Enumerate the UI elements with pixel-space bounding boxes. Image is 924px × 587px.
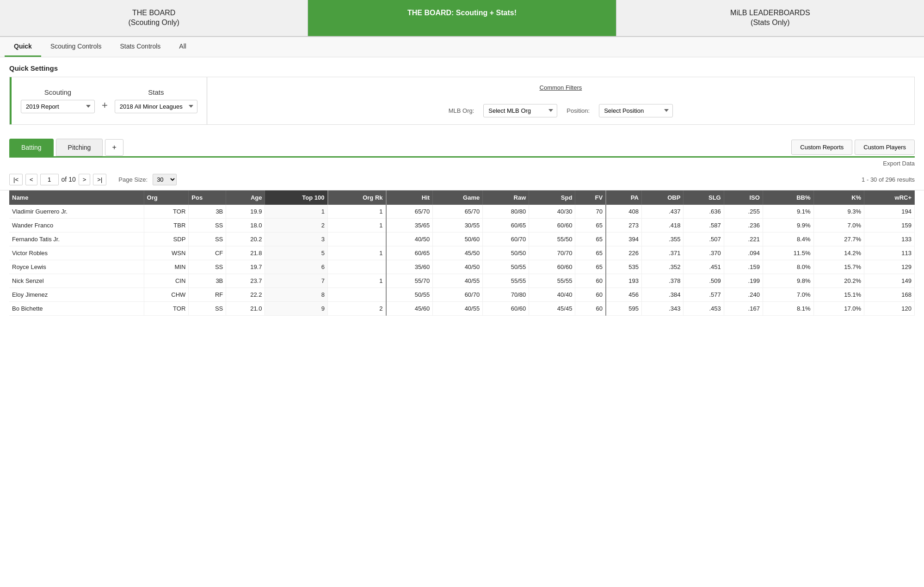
table-controls: |< < of 10 > >| Page Size: 30 50 100 1 -…	[0, 169, 924, 190]
col-org[interactable]: Org	[144, 190, 189, 205]
cell-5-13: .509	[684, 274, 724, 287]
cell-2-16: 27.7%	[813, 232, 864, 246]
cell-7-2: SS	[189, 301, 226, 315]
current-page-input[interactable]	[40, 174, 59, 185]
cell-4-6: 35/60	[386, 260, 433, 274]
cell-6-5	[328, 287, 386, 301]
next-page-button[interactable]: >	[79, 174, 91, 185]
cell-0-5: 1	[328, 205, 386, 219]
subnav-scouting-controls[interactable]: Scouting Controls	[41, 37, 111, 57]
tab-batting[interactable]: Batting	[9, 139, 54, 156]
prev-page-button[interactable]: <	[25, 174, 37, 185]
cell-5-2: 3B	[189, 274, 226, 287]
results-info: 1 - 30 of 296 results	[862, 176, 915, 183]
mlb-org-select[interactable]: Select MLB Org	[483, 104, 557, 117]
first-page-button[interactable]: |<	[9, 174, 23, 185]
table-header-row: Name Org Pos Age Top 100 Org Rk Hit Game…	[9, 190, 915, 205]
cell-0-8: 80/80	[483, 205, 529, 219]
cell-7-12: .343	[641, 301, 683, 315]
cell-3-5: 1	[328, 246, 386, 260]
cell-0-9: 40/30	[529, 205, 575, 219]
cell-6-17: 168	[864, 287, 915, 301]
quick-settings-title: Quick Settings	[9, 64, 915, 72]
cell-3-8: 50/50	[483, 246, 529, 260]
col-raw[interactable]: Raw	[483, 190, 529, 205]
col-hit[interactable]: Hit	[386, 190, 433, 205]
col-spd[interactable]: Spd	[529, 190, 575, 205]
cell-4-14: .159	[724, 260, 763, 274]
cell-1-13: .587	[684, 218, 724, 232]
cell-0-6: 65/70	[386, 205, 433, 219]
cell-3-13: .370	[684, 246, 724, 260]
cell-7-11: 595	[606, 301, 641, 315]
cell-7-13: .453	[684, 301, 724, 315]
cell-5-6: 55/70	[386, 274, 433, 287]
col-pos[interactable]: Pos	[189, 190, 226, 205]
subnav-all[interactable]: All	[170, 37, 196, 57]
cell-4-7: 40/50	[433, 260, 483, 274]
table-row: Wander FrancoTBRSS18.02135/6530/5560/656…	[9, 218, 915, 232]
subnav-stats-controls[interactable]: Stats Controls	[111, 37, 170, 57]
col-obp[interactable]: OBP	[641, 190, 683, 205]
quick-settings-panel: Scouting 2019 Report + Stats 2018 All Mi…	[9, 77, 915, 125]
cell-1-3: 18.0	[226, 218, 265, 232]
sub-nav: Quick Scouting Controls Stats Controls A…	[0, 37, 924, 57]
cell-1-10: 65	[575, 218, 606, 232]
col-name[interactable]: Name	[9, 190, 144, 205]
tab-pitching[interactable]: Pitching	[56, 139, 103, 156]
cell-4-17: 129	[864, 260, 915, 274]
cell-1-11: 273	[606, 218, 641, 232]
tab-milb-leaderboards[interactable]: MiLB LEADERBOARDS (Stats Only)	[616, 0, 924, 36]
cell-0-14: .255	[724, 205, 763, 219]
custom-players-button[interactable]: Custom Players	[855, 140, 915, 155]
cell-1-14: .236	[724, 218, 763, 232]
cell-2-1: SDP	[144, 232, 189, 246]
cell-6-10: 60	[575, 287, 606, 301]
col-age[interactable]: Age	[226, 190, 265, 205]
cell-5-9: 55/55	[529, 274, 575, 287]
col-orgrk[interactable]: Org Rk	[328, 190, 386, 205]
qs-plus-icon: +	[102, 99, 108, 111]
cell-6-15: 7.0%	[763, 287, 813, 301]
cell-3-2: CF	[189, 246, 226, 260]
last-page-button[interactable]: >|	[93, 174, 106, 185]
tab-the-board-scouting-stats[interactable]: THE BOARD: Scouting + Stats!	[308, 0, 616, 36]
col-k[interactable]: K%	[813, 190, 864, 205]
stats-select[interactable]: 2018 All Minor Leagues	[115, 100, 197, 113]
col-top100[interactable]: Top 100	[265, 190, 328, 205]
cell-1-6: 35/65	[386, 218, 433, 232]
col-iso[interactable]: ISO	[724, 190, 763, 205]
report-actions: Custom Reports Custom Players	[791, 140, 915, 155]
position-select[interactable]: Select Position	[599, 104, 673, 117]
col-game[interactable]: Game	[433, 190, 483, 205]
cell-6-16: 15.1%	[813, 287, 864, 301]
tab-add-button[interactable]: +	[105, 139, 123, 156]
page-size-select[interactable]: 30 50 100	[153, 174, 177, 185]
cell-2-2: SS	[189, 232, 226, 246]
scouting-report-select[interactable]: 2019 Report	[21, 100, 95, 113]
page-controls: |< < of 10 > >| Page Size: 30 50 100	[9, 174, 177, 185]
col-bb[interactable]: BB%	[763, 190, 813, 205]
cell-2-5	[328, 232, 386, 246]
col-fv[interactable]: FV	[575, 190, 606, 205]
col-wrc[interactable]: wRC+	[864, 190, 915, 205]
cell-4-8: 50/55	[483, 260, 529, 274]
cell-6-7: 60/70	[433, 287, 483, 301]
cell-2-13: .507	[684, 232, 724, 246]
cell-5-7: 40/55	[433, 274, 483, 287]
cell-6-11: 456	[606, 287, 641, 301]
subnav-quick[interactable]: Quick	[5, 37, 41, 57]
cell-1-8: 60/65	[483, 218, 529, 232]
cell-0-7: 65/70	[433, 205, 483, 219]
cell-7-0: Bo Bichette	[9, 301, 144, 315]
cell-2-11: 394	[606, 232, 641, 246]
export-data[interactable]: Export Data	[0, 158, 924, 169]
cell-0-1: TOR	[144, 205, 189, 219]
custom-reports-button[interactable]: Custom Reports	[791, 140, 852, 155]
cell-5-1: CIN	[144, 274, 189, 287]
qs-right: Common Filters MLB Org: Select MLB Org P…	[207, 77, 914, 124]
col-pa[interactable]: PA	[606, 190, 641, 205]
col-slg[interactable]: SLG	[684, 190, 724, 205]
tab-the-board-scouting[interactable]: THE BOARD (Scouting Only)	[0, 0, 308, 36]
cell-5-8: 55/55	[483, 274, 529, 287]
